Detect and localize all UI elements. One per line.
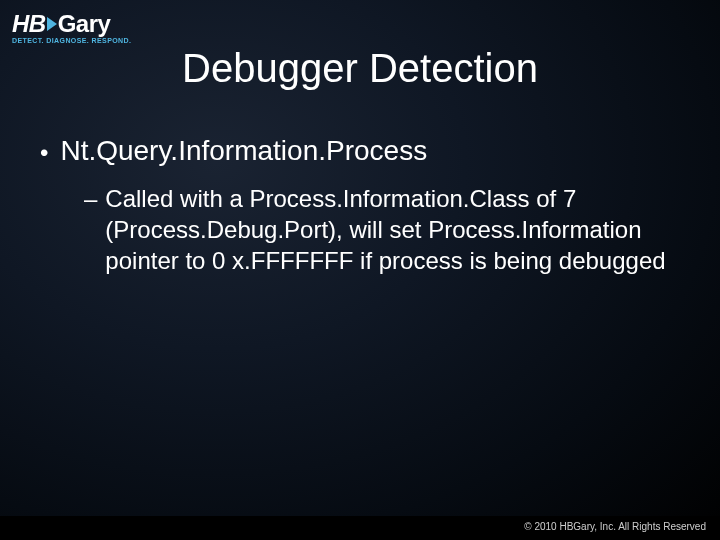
bullet-level-1: • Nt.Query.Information.Process <box>40 135 680 171</box>
bullet-dash-icon: – <box>84 183 97 277</box>
bullet-level-2: – Called with a Process.Information.Clas… <box>84 183 680 277</box>
logo-tagline: DETECT. DIAGNOSE. RESPOND. <box>12 37 131 44</box>
bullet-1-text: Nt.Query.Information.Process <box>60 135 427 171</box>
brand-logo: HB Gary DETECT. DIAGNOSE. RESPOND. <box>12 12 131 44</box>
bullet-2-text: Called with a Process.Information.Class … <box>105 183 680 277</box>
arrow-icon <box>47 17 57 31</box>
logo-hb: HB <box>12 12 46 36</box>
logo-text: HB Gary <box>12 12 131 36</box>
logo-gary: Gary <box>58 12 111 36</box>
slide-title: Debugger Detection <box>0 46 720 91</box>
copyright-footer: © 2010 HBGary, Inc. All Rights Reserved <box>524 521 706 532</box>
bullet-dot-icon: • <box>40 135 48 171</box>
slide-content: • Nt.Query.Information.Process – Called … <box>40 135 680 277</box>
